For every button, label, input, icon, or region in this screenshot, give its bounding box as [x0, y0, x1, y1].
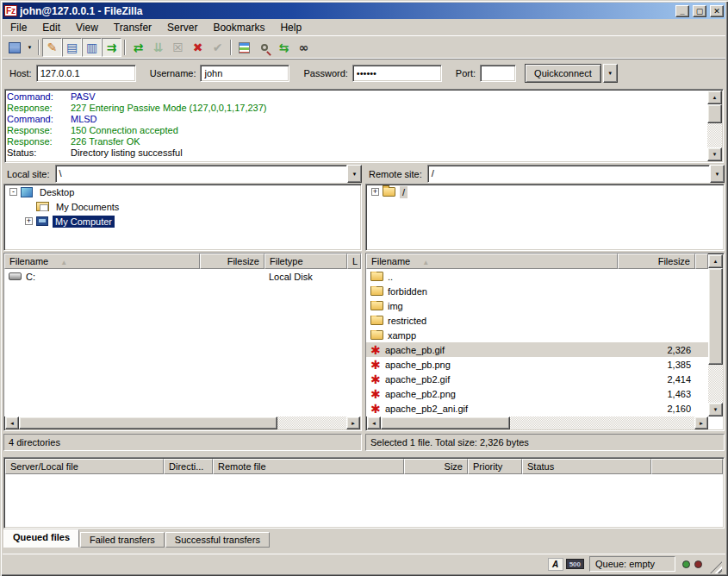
close-button[interactable]: ✕: [710, 5, 724, 17]
filter-button[interactable]: [234, 38, 254, 57]
menu-item-bookmarks[interactable]: Bookmarks: [205, 20, 272, 35]
scroll-down-arrow[interactable]: ▼: [707, 147, 722, 161]
tree-item-my-computer[interactable]: +My Computer: [4, 214, 361, 229]
remote-file-row[interactable]: ..: [366, 269, 708, 284]
scrollbar-thumb[interactable]: [708, 268, 723, 365]
host-input[interactable]: [36, 65, 136, 82]
window-titlebar[interactable]: Fz john@127.0.0.1 - FileZilla _ ▢ ✕: [3, 3, 725, 19]
remote-site-combo[interactable]: / ▼: [427, 165, 725, 183]
collapse-icon[interactable]: -: [9, 188, 17, 196]
remote-vscrollbar[interactable]: ▲ ▼: [708, 254, 723, 416]
queue-column-size[interactable]: Size: [404, 459, 468, 474]
column-header-l[interactable]: L: [347, 254, 361, 269]
site-manager-button[interactable]: [4, 38, 24, 57]
remote-file-row[interactable]: forbidden: [366, 284, 708, 298]
column-header-filesize[interactable]: Filesize: [618, 254, 695, 269]
toggle-log-button[interactable]: ✎: [42, 38, 62, 57]
scroll-up-arrow[interactable]: ▲: [708, 254, 723, 268]
tree-item-label[interactable]: My Documents: [53, 201, 121, 213]
disconnect-button[interactable]: ✖: [188, 38, 208, 57]
scroll-left-arrow[interactable]: ◄: [367, 416, 381, 429]
menu-item-server[interactable]: Server: [159, 20, 205, 35]
tab-successful-transfers[interactable]: Successful transfers: [165, 532, 270, 548]
local-site-value[interactable]: \: [55, 165, 347, 183]
tree-item-desktop[interactable]: -Desktop: [4, 185, 361, 199]
remote-file-row[interactable]: ✱apache_pb.gif2,326: [366, 342, 708, 357]
remote-hscrollbar[interactable]: ◄ ►: [367, 416, 708, 429]
scroll-down-arrow[interactable]: ▼: [708, 403, 723, 416]
quickconnect-dropdown[interactable]: ▼: [603, 64, 618, 83]
toggle-local-tree-button[interactable]: ▤: [62, 38, 82, 57]
data-type-ascii-icon[interactable]: A: [548, 558, 563, 571]
menu-item-edit[interactable]: Edit: [34, 20, 68, 35]
quickconnect-button[interactable]: Quickconnect: [525, 64, 601, 83]
remote-file-row[interactable]: restricted: [366, 313, 708, 328]
local-hscrollbar[interactable]: ◄ ►: [5, 416, 360, 429]
scroll-right-arrow[interactable]: ►: [694, 416, 708, 429]
remote-file-row[interactable]: xampp: [366, 328, 708, 342]
speed-limit-icon[interactable]: 500: [566, 559, 584, 569]
menu-item-file[interactable]: File: [3, 20, 34, 35]
local-file-row[interactable]: C:Local Disk: [4, 269, 361, 284]
scroll-up-arrow[interactable]: ▲: [707, 91, 722, 104]
toggle-queue-button[interactable]: ⇉: [102, 38, 121, 57]
column-header-filename[interactable]: Filename▲: [4, 254, 200, 269]
scrollbar-thumb[interactable]: [381, 416, 510, 429]
maximize-button[interactable]: ▢: [693, 5, 706, 17]
queue-column-directi-[interactable]: Directi...: [164, 459, 213, 474]
expand-icon[interactable]: +: [371, 188, 379, 196]
expand-icon[interactable]: +: [25, 217, 33, 225]
tree-item-label[interactable]: My Computer: [53, 216, 115, 228]
filezilla-logo-icon: Fz: [4, 5, 17, 16]
minimize-button[interactable]: _: [675, 5, 689, 17]
scrollbar-track[interactable]: [708, 365, 723, 403]
chevron-down-icon[interactable]: ▼: [710, 165, 725, 183]
compare-icon: [261, 44, 268, 51]
column-header-filesize[interactable]: Filesize: [200, 254, 264, 269]
scrollbar-track[interactable]: [510, 416, 694, 429]
sync-browse-button[interactable]: ⇆: [274, 38, 294, 57]
queue-column-remote-file[interactable]: Remote file: [213, 459, 404, 474]
queue-column-server-local-file[interactable]: Server/Local file: [5, 459, 164, 474]
port-input[interactable]: [480, 65, 516, 82]
tree-item-my-documents[interactable]: My Documents: [4, 199, 361, 214]
scrollbar-track[interactable]: [707, 123, 722, 147]
cancel-operation-button[interactable]: ☒: [168, 38, 188, 57]
menu-item-help[interactable]: Help: [272, 20, 309, 35]
refresh-button[interactable]: ⇄: [128, 38, 148, 57]
reconnect-button[interactable]: ✔: [208, 38, 227, 57]
resize-grip[interactable]: [710, 561, 722, 573]
tree-item--[interactable]: +/: [366, 185, 724, 199]
tree-item-label[interactable]: Desktop: [37, 186, 77, 198]
menu-item-transfer[interactable]: Transfer: [106, 20, 159, 35]
tree-item-label[interactable]: /: [400, 186, 408, 198]
site-manager-dropdown[interactable]: ▼: [24, 38, 35, 57]
scrollbar-thumb[interactable]: [19, 416, 277, 429]
find-files-button[interactable]: ∞: [294, 38, 314, 57]
chevron-down-icon[interactable]: ▼: [347, 165, 362, 183]
process-queue-button[interactable]: ⇊: [148, 38, 168, 57]
remote-file-row[interactable]: ✱apache_pb2.png1,463: [366, 386, 708, 401]
queue-column-status[interactable]: Status: [522, 459, 651, 474]
password-input[interactable]: [352, 65, 442, 82]
scrollbar-track[interactable]: [277, 416, 346, 429]
remote-file-row[interactable]: ✱apache_pb2_ani.gif2,160: [366, 401, 708, 416]
local-site-combo[interactable]: \ ▼: [55, 165, 362, 183]
log-vscrollbar[interactable]: ▲ ▼: [707, 91, 722, 161]
tab-queued-files[interactable]: Queued files: [3, 529, 79, 548]
remote-site-value[interactable]: /: [427, 165, 710, 183]
remote-file-row[interactable]: ✱apache_pb.png1,385: [366, 357, 708, 372]
tab-failed-transfers[interactable]: Failed transfers: [80, 532, 165, 548]
remote-file-row[interactable]: img: [366, 298, 708, 313]
remote-file-row[interactable]: ✱apache_pb2.gif2,414: [366, 372, 708, 386]
scroll-right-arrow[interactable]: ►: [346, 416, 360, 429]
menu-item-view[interactable]: View: [68, 20, 106, 35]
toggle-remote-tree-button[interactable]: ▥: [82, 38, 102, 57]
queue-column-priority[interactable]: Priority: [468, 459, 522, 474]
scrollbar-thumb[interactable]: [707, 104, 722, 123]
username-input[interactable]: [200, 65, 289, 82]
compare-button[interactable]: [254, 38, 274, 57]
column-header-filename[interactable]: Filename▲: [366, 254, 618, 269]
scroll-left-arrow[interactable]: ◄: [5, 416, 19, 429]
column-header-filetype[interactable]: Filetype: [264, 254, 347, 269]
